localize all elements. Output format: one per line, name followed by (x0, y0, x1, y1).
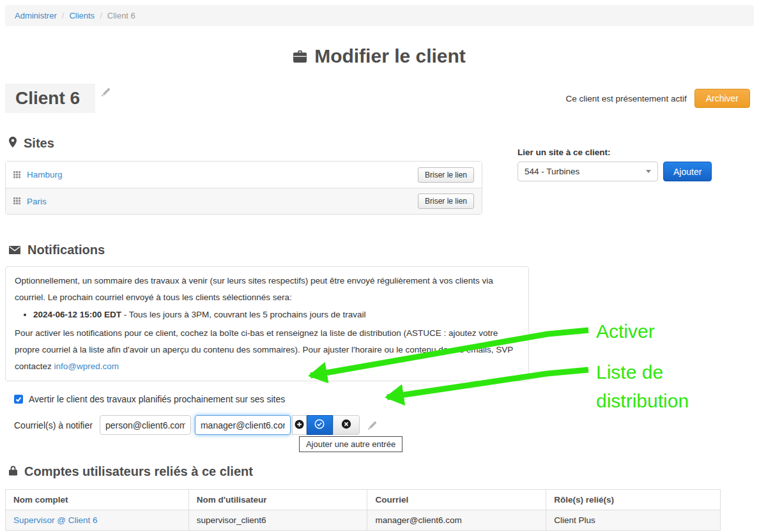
client-header: Client 6 Ce client est présentement acti… (5, 84, 750, 113)
unlink-site-button[interactable]: Briser le lien (418, 167, 474, 183)
cancel-emails-button[interactable] (333, 415, 360, 435)
lock-icon (9, 464, 17, 479)
username-cell: supervisor_client6 (188, 510, 367, 531)
site-link-hamburg[interactable]: Hamburg (27, 170, 63, 179)
unlink-site-button[interactable]: Briser le lien (418, 194, 474, 209)
drag-handle-icon[interactable] (13, 195, 20, 207)
page-title: Modifier le client (0, 45, 759, 67)
email-actions-group: Ajouter une autre entrée (292, 415, 360, 435)
column-header-email: Courriel (367, 490, 546, 510)
add-email-button[interactable] (292, 415, 307, 435)
breadcrumb-current: Client 6 (107, 11, 135, 20)
check-circle-icon (314, 419, 325, 431)
notifications-heading-text: Notifications (27, 243, 105, 257)
annotation-text-activer: Activer (596, 317, 655, 346)
site-row-hamburg: Hamburg Briser le lien (6, 162, 482, 188)
notifications-section-heading: Notifications (0, 243, 759, 257)
notify-emails-row: Courriel(s) à notifier Ajouter une autre… (14, 415, 754, 435)
emails-label: Courriel(s) à notifier (14, 420, 93, 430)
accounts-table-header-row: Nom complet Nom d'utilisateur Courriel R… (6, 490, 721, 510)
breadcrumb-separator: / (62, 11, 65, 20)
plus-circle-icon (295, 420, 304, 431)
table-row: Supervisor @ Client 6 supervisor_client6… (6, 510, 721, 531)
tooltip: Ajouter une autre entrée (299, 436, 402, 452)
notifications-activation-text: Pour activer les notifications pour ce c… (15, 325, 519, 375)
breadcrumb-link-administrer[interactable]: Administrer (15, 11, 57, 20)
confirm-emails-button[interactable] (307, 415, 333, 435)
link-site-label: Lier un site à ce client: (518, 148, 712, 157)
notification-schedule-item: 2024-06-12 15:00 EDT - Tous les jours à … (33, 307, 519, 323)
breadcrumb-link-clients[interactable]: Clients (69, 11, 95, 20)
breadcrumb: Administrer / Clients / Client 6 (5, 5, 754, 26)
briefcase-icon (293, 45, 307, 67)
contact-email-link[interactable]: info@wpred.com (54, 361, 119, 371)
site-row-paris: Paris Briser le lien (6, 188, 482, 214)
envelope-icon (9, 243, 20, 257)
map-pin-icon (9, 136, 17, 151)
accounts-section-heading: Comptes utilisateurs reliés à ce client (0, 464, 759, 479)
column-header-full-name: Nom complet (6, 490, 189, 510)
user-link[interactable]: Supervisor @ Client 6 (13, 515, 98, 525)
column-header-roles: Rôle(s) relié(s) (546, 490, 721, 510)
site-list: Hamburg Briser le lien Paris Briser le l… (5, 161, 482, 215)
link-site-panel: Lier un site à ce client: 544 - Turbines… (518, 148, 712, 181)
notify-client-checkbox[interactable] (14, 395, 23, 404)
archive-button[interactable]: Archiver (694, 89, 750, 108)
email-input-2-focused[interactable] (195, 415, 291, 435)
notifications-info-box: Optionnellement, un sommaire des travaux… (5, 266, 529, 381)
chevron-down-icon (646, 170, 651, 173)
x-circle-icon (341, 419, 351, 431)
roles-cell: Client Plus (546, 510, 721, 531)
edit-client-name-pencil-icon[interactable] (102, 87, 111, 99)
accounts-table: Nom complet Nom d'utilisateur Courriel R… (5, 489, 721, 531)
edit-emails-pencil-icon[interactable] (368, 420, 378, 430)
notify-client-checkbox-label: Avertir le client des travaux planifiés … (29, 394, 285, 404)
page-title-text: Modifier le client (314, 45, 466, 67)
breadcrumb-separator: / (100, 11, 102, 20)
site-select[interactable]: 544 - Turbines (518, 162, 658, 181)
annotation-text-liste-de-distribution: Liste de distribution (596, 358, 689, 415)
add-site-button[interactable]: Ajouter (663, 162, 712, 181)
notify-client-checkbox-row: Avertir le client des travaux planifiés … (14, 394, 754, 404)
accounts-heading-text: Comptes utilisateurs reliés à ce client (24, 464, 253, 479)
email-cell: manager@client6.com (367, 510, 546, 531)
client-status-text: Ce client est présentement actif (566, 94, 687, 103)
email-input-1[interactable] (100, 415, 191, 435)
drag-handle-icon[interactable] (13, 169, 20, 181)
site-select-value: 544 - Turbines (525, 167, 579, 176)
client-name: Client 6 (5, 84, 95, 113)
notifications-intro: Optionnellement, un sommaire des travaux… (15, 273, 519, 306)
column-header-username: Nom d'utilisateur (188, 490, 367, 510)
sites-heading-text: Sites (24, 136, 54, 151)
site-link-paris[interactable]: Paris (27, 197, 47, 206)
